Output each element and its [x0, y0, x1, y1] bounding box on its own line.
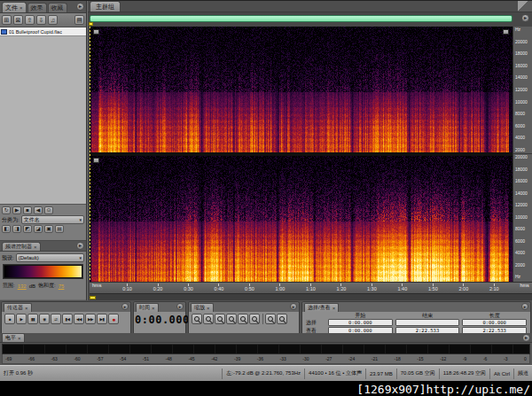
go-to-beginning-button[interactable]: ▮◀ [62, 314, 73, 324]
show-metadata-toggle-icon[interactable]: ▤ [55, 225, 64, 233]
stop-button[interactable]: ■ [4, 314, 15, 324]
panel-menu-icon[interactable]: ▸ [521, 303, 528, 310]
tab-time[interactable]: 时间 × [136, 303, 159, 312]
panel-menu-icon[interactable]: ▸ [521, 14, 529, 22]
zoom-in-left-edge-button[interactable] [238, 314, 248, 324]
zoom-to-selection-button[interactable] [226, 314, 237, 324]
audio-file-icon [1, 29, 7, 35]
show-video-files-toggle-icon[interactable]: ◩ [23, 225, 32, 233]
import-file-button-icon[interactable]: ⊞ [2, 15, 12, 25]
panel-grip[interactable] [518, 1, 532, 12]
files-toolbar: ⊞⊠⇧⇩♫▤ [0, 13, 86, 27]
right-channel-button[interactable] [93, 158, 99, 163]
zoom-out-full-button[interactable] [215, 314, 225, 324]
close-icon[interactable]: × [332, 306, 336, 311]
magnifier-icon [240, 316, 246, 322]
edit-file-button-icon[interactable]: ♫ [48, 15, 58, 25]
sort-by-dropdown[interactable]: 文件名 ▾ [21, 215, 84, 224]
tab-effects[interactable]: 效果 [27, 3, 47, 12]
spectrogram-canvas[interactable] [90, 27, 512, 282]
close-icon[interactable]: × [34, 245, 37, 250]
spectral-color-gradient[interactable] [4, 266, 82, 277]
bottom-dock: 传送器 × ▸ ■▶▮▮◉⇄▮◀◀◀▶▶▶▮● 时间 × ▸ 0:00.000 [0, 300, 532, 333]
zoom-out-horizontal-button[interactable] [203, 314, 214, 324]
close-icon[interactable]: × [152, 306, 155, 311]
playhead-handle[interactable] [89, 22, 93, 26]
tab-files[interactable]: 文件 × [2, 2, 27, 12]
level-meter[interactable] [2, 344, 530, 354]
range-value[interactable]: 132 [18, 283, 27, 289]
channel-options-button[interactable] [503, 29, 509, 35]
preview-loop-toggle-icon[interactable]: ⊙ [44, 206, 53, 214]
panel-menu-icon[interactable]: ▸ [176, 303, 184, 310]
rewind-button[interactable]: ◀◀ [74, 314, 84, 324]
status-disk-free-space: 70.05 GB 空闲 [396, 369, 439, 379]
options-button-icon[interactable]: ▤ [74, 15, 84, 25]
time-tick: 2:10 [489, 283, 499, 292]
range-label: 范围: [3, 282, 15, 290]
play-from-cursor-button[interactable]: ◉ [39, 314, 50, 324]
tab-spectral-controls[interactable]: 频谱控制器 × [2, 242, 41, 251]
preview-play-button-icon[interactable]: ▶ [12, 206, 21, 214]
watermark-text: [1269x907]http://upic.me/ [356, 383, 532, 396]
panel-menu-icon[interactable]: ▸ [522, 334, 530, 342]
zoom-in-vertical-button[interactable] [265, 314, 276, 324]
show-markers-toggle-icon[interactable]: ▣ [44, 225, 53, 233]
preview-stop-button-icon[interactable]: ■ [23, 206, 32, 214]
tab-levels[interactable]: 电平 × [2, 333, 25, 342]
playhead-bottom-marker[interactable] [90, 296, 96, 299]
show-midi-files-toggle-icon[interactable]: ◪ [34, 225, 43, 233]
insert-into-cd-button-icon[interactable]: ⇩ [36, 15, 46, 25]
preset-dropdown[interactable]: (Default) ▾ [16, 253, 84, 262]
tab-selection-view[interactable]: 选择/查看 × [304, 303, 339, 312]
panel-menu-icon[interactable]: ▸ [76, 242, 84, 250]
zoom-in-horizontal-button[interactable] [192, 314, 202, 324]
freq-unit-label: Hz [515, 275, 532, 279]
close-icon[interactable]: × [20, 5, 23, 11]
frequency-ruler[interactable]: Hz20000180001600014000120001000080006000… [512, 27, 532, 282]
panel-menu-icon[interactable]: ▸ [76, 3, 84, 11]
pause-button[interactable]: ▮▮ [27, 314, 38, 324]
play-button[interactable]: ▶ [16, 314, 27, 324]
meter-tick: -9 [463, 357, 466, 361]
show-loop-files-toggle-icon[interactable]: ◨ [12, 225, 21, 233]
preset-label: 预设: [2, 254, 14, 262]
column-header-0: 开始 [328, 313, 393, 318]
loop-play-button[interactable]: ⇄ [51, 314, 61, 324]
show-audio-files-toggle-icon[interactable]: ◧ [2, 225, 11, 233]
selection-length-field[interactable]: 0:00.000 [462, 319, 527, 326]
preview-auto-play-toggle-icon[interactable]: ↻ [2, 206, 11, 214]
zoom-out-vertical-button[interactable] [277, 314, 287, 324]
tab-transport[interactable]: 传送器 × [4, 303, 32, 312]
insert-into-multitrack-button-icon[interactable]: ⇧ [25, 15, 35, 25]
saturation-value[interactable]: 75 [59, 283, 65, 289]
tab-main-group[interactable]: 主群组 [90, 1, 121, 12]
overview-scrollbar[interactable] [90, 15, 512, 22]
panel-menu-icon[interactable]: ▸ [121, 303, 129, 310]
time-display[interactable]: 0:00.000 [135, 314, 184, 326]
close-icon[interactable]: × [18, 336, 21, 341]
fast-forward-button[interactable]: ▶▶ [85, 314, 96, 324]
meter-tick: -66 [28, 357, 35, 361]
close-icon[interactable]: × [207, 306, 210, 311]
panel-menu-icon[interactable]: ▸ [290, 303, 297, 310]
meter-tick: -45 [188, 357, 194, 361]
preview-volume-button-icon[interactable]: ◀ [34, 206, 43, 214]
freq-tick: 8000 [515, 112, 532, 116]
go-to-end-button[interactable]: ▶▮ [97, 314, 107, 324]
close-icon[interactable]: × [25, 306, 28, 311]
freq-tick: 18000 [515, 167, 532, 172]
time-ruler[interactable]: hms0:100:200:300:400:501:001:101:201:301… [90, 282, 532, 293]
selection-start-field[interactable]: 0:00.000 [328, 319, 393, 326]
zoom-in-right-edge-button[interactable] [249, 314, 260, 324]
tab-zoom[interactable]: 缩放 × [191, 303, 214, 312]
selection-end-field[interactable] [395, 319, 460, 326]
file-item[interactable]: 01 Bulletproof Cupid.flac [0, 27, 86, 36]
meter-tick: -48 [166, 357, 172, 361]
record-button[interactable]: ● [108, 314, 119, 324]
close-file-button-icon[interactable]: ⊠ [13, 15, 23, 25]
left-channel-button[interactable] [93, 29, 99, 35]
horizontal-scroll-strip[interactable] [90, 293, 532, 300]
tab-favorites[interactable]: 收藏 [48, 3, 67, 12]
file-list[interactable]: 01 Bulletproof Cupid.flac [0, 27, 86, 205]
